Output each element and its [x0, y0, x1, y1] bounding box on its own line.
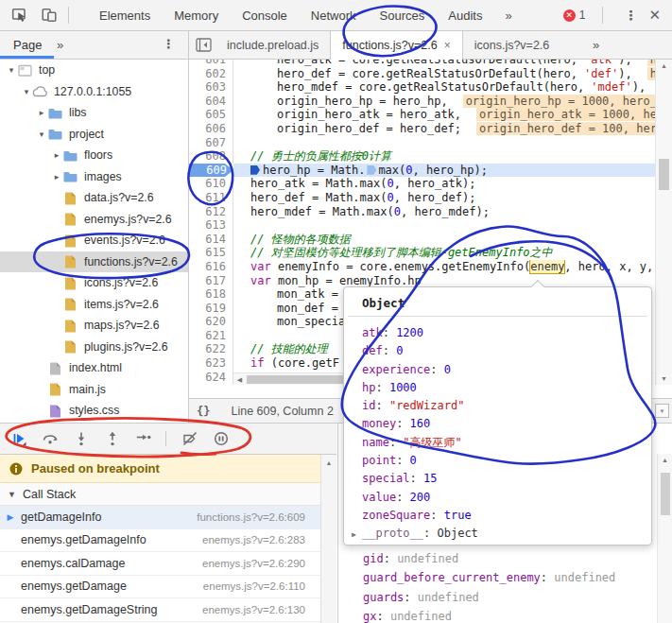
call-stack-header[interactable]: ▼ Call Stack — [0, 483, 320, 506]
devtools-menu-icon[interactable]: ⋮ — [624, 8, 637, 23]
scope-variable[interactable]: guards: undefined — [363, 588, 615, 608]
scroll-up-icon[interactable]: ▲ — [658, 454, 672, 466]
line-number[interactable]: 623 — [189, 356, 233, 371]
tree-item-index.html[interactable]: index.html — [0, 357, 188, 379]
object-property[interactable]: ▶__proto__: Object — [362, 525, 651, 544]
scrollbar-thumb[interactable] — [661, 473, 670, 515]
scope-variable[interactable]: gid: undefined — [363, 549, 615, 569]
statusbar-widget-icon[interactable]: ▼ — [655, 404, 669, 418]
error-badge-icon[interactable]: ✕ — [563, 9, 576, 22]
editor-vertical-scrollbar[interactable]: ▲ ▼ — [655, 60, 672, 385]
expand-icon[interactable]: ▶ — [352, 526, 362, 544]
deactivate-breakpoints-button[interactable] — [182, 431, 198, 446]
expanded-icon[interactable]: ▾ — [36, 130, 47, 139]
panel-tab-elements[interactable]: Elements — [99, 9, 150, 23]
hovered-token[interactable]: enemy — [530, 260, 564, 273]
line-number[interactable]: 601 — [189, 60, 233, 67]
resume-button[interactable] — [11, 431, 26, 446]
tree-item-maps.js-v-2.6[interactable]: maps.js?v=2.6 — [0, 315, 188, 337]
scope-variable[interactable]: guard_before_current_enemy: undefined — [363, 568, 615, 588]
line-number[interactable]: 605 — [189, 108, 233, 122]
tree-item-icons.js-v-2.6[interactable]: icons.js?v=2.6 — [0, 272, 188, 294]
collapsed-icon[interactable]: ▸ — [51, 172, 62, 182]
line-number[interactable]: 617 — [189, 274, 233, 288]
close-tab-icon[interactable]: × — [444, 39, 451, 52]
tree-item-images[interactable]: ▸images — [0, 166, 188, 188]
scroll-left-icon[interactable]: ◀ — [233, 373, 246, 385]
tree-item-main.js[interactable]: main.js — [0, 379, 188, 401]
call-stack-frame[interactable]: enemys.getDamageStringenemys.js?v=2.6:13… — [0, 598, 320, 622]
line-number[interactable]: 619 — [189, 302, 233, 316]
line-number[interactable]: 602 — [189, 67, 233, 81]
expanded-icon[interactable]: ▾ — [6, 65, 17, 75]
line-number[interactable]: 611 — [189, 191, 233, 205]
expanded-icon[interactable]: ▾ — [21, 87, 32, 96]
tree-item-enemys.js-v-2.6[interactable]: enemys.js?v=2.6 — [0, 209, 188, 231]
pretty-print-icon[interactable]: {} — [197, 405, 210, 418]
file-tab[interactable]: functions.js?v=2.6× — [330, 31, 462, 60]
call-stack-frame[interactable]: enemys.calDamageenemys.js?v=2.6:290 — [0, 552, 320, 576]
call-stack-frame[interactable]: enemys.getDamageenemys.js?v=2.6:110 — [0, 576, 320, 599]
tree-item-top[interactable]: ▾top — [0, 60, 188, 81]
error-count[interactable]: 1 — [579, 9, 586, 22]
navigator-tabs-overflow[interactable]: » — [57, 38, 63, 52]
line-number[interactable]: 604 — [189, 95, 233, 109]
panel-tab-audits[interactable]: Audits — [448, 9, 482, 23]
scrollbar-thumb[interactable] — [659, 159, 669, 190]
line-number[interactable]: 606 — [189, 122, 233, 136]
line-number[interactable]: 615 — [189, 246, 233, 260]
panel-tab-memory[interactable]: Memory — [174, 9, 218, 23]
panel-tab-console[interactable]: Console — [242, 9, 287, 23]
line-number[interactable]: 607 — [189, 136, 233, 150]
close-devtools-icon[interactable]: ✕ — [648, 7, 661, 24]
line-number[interactable]: 624 — [189, 371, 233, 385]
inspect-element-icon[interactable] — [10, 7, 29, 24]
tree-item-libs[interactable]: ▸libs — [0, 102, 188, 124]
call-stack-frame[interactable]: ▶getDamageInfofunctions.js?v=2.6:609 — [0, 506, 320, 529]
line-number[interactable]: 620 — [189, 315, 233, 329]
panel-tabs-overflow[interactable]: » — [505, 9, 511, 23]
device-toolbar-icon[interactable] — [40, 7, 59, 24]
tree-item-127.0.0.1-1055[interactable]: ▾127.0.0.1:1055 — [0, 81, 188, 103]
step-into-button[interactable] — [74, 431, 89, 446]
step-over-button[interactable] — [43, 431, 58, 446]
tree-item-items.js-v-2.6[interactable]: items.js?v=2.6 — [0, 294, 188, 316]
scope-variable[interactable]: gx: undefined — [363, 607, 615, 623]
line-number[interactable]: 616 — [189, 260, 233, 274]
pause-on-exceptions-button[interactable] — [214, 431, 229, 446]
step-button[interactable] — [136, 431, 151, 446]
step-out-button[interactable] — [105, 431, 120, 446]
line-number[interactable]: 613 — [189, 218, 233, 233]
tree-item-project[interactable]: ▾project — [0, 124, 188, 146]
tree-item-plugins.js-v-2.6[interactable]: plugins.js?v=2.6 — [0, 337, 188, 358]
line-number[interactable]: 618 — [189, 287, 233, 302]
line-number[interactable]: 610 — [189, 177, 233, 191]
collapsed-icon[interactable]: ▸ — [51, 150, 62, 160]
tree-item-events.js-v-2.6[interactable]: events.js?v=2.6 — [0, 230, 188, 251]
collapse-icon[interactable]: ▼ — [8, 490, 16, 499]
tree-item-styles.css[interactable]: styles.css — [0, 400, 188, 422]
line-number[interactable]: 609 — [189, 164, 233, 178]
panel-tab-sources[interactable]: Sources — [380, 9, 425, 23]
scroll-up-icon[interactable]: ▲ — [656, 60, 672, 72]
callstack-scrollbar[interactable]: ▲ — [320, 455, 336, 623]
line-number[interactable]: 603 — [189, 80, 233, 95]
collapsed-icon[interactable]: ▸ — [36, 108, 47, 117]
file-tab[interactable]: icons.js?v=2.6 — [463, 31, 561, 60]
line-number[interactable]: 612 — [189, 205, 233, 219]
line-number[interactable]: 614 — [189, 233, 233, 247]
line-number[interactable]: 622 — [189, 342, 233, 356]
panel-tab-network[interactable]: Network — [311, 9, 356, 23]
tree-item-data.js-v-2.6[interactable]: data.js?v=2.6 — [0, 187, 188, 209]
scroll-down-icon[interactable]: ▼ — [656, 372, 672, 385]
scroll-up-icon[interactable]: ▲ — [321, 457, 336, 469]
tree-item-floors[interactable]: ▸floors — [0, 145, 188, 166]
navigator-menu-icon[interactable]: ⋮ — [163, 37, 175, 51]
navigator-tab-page[interactable]: Page — [13, 38, 42, 52]
scope-scrollbar[interactable]: ▲ — [657, 454, 672, 623]
file-tabs-overflow[interactable]: » — [593, 38, 599, 52]
line-number[interactable]: 621 — [189, 329, 233, 343]
file-tab[interactable]: include.preload.js — [215, 31, 330, 60]
tree-item-functions.js-v-2.6[interactable]: functions.js?v=2.6 — [0, 251, 188, 273]
call-stack-frame[interactable]: enemys.getDamageInfoenemys.js?v=2.6:283 — [0, 529, 320, 553]
